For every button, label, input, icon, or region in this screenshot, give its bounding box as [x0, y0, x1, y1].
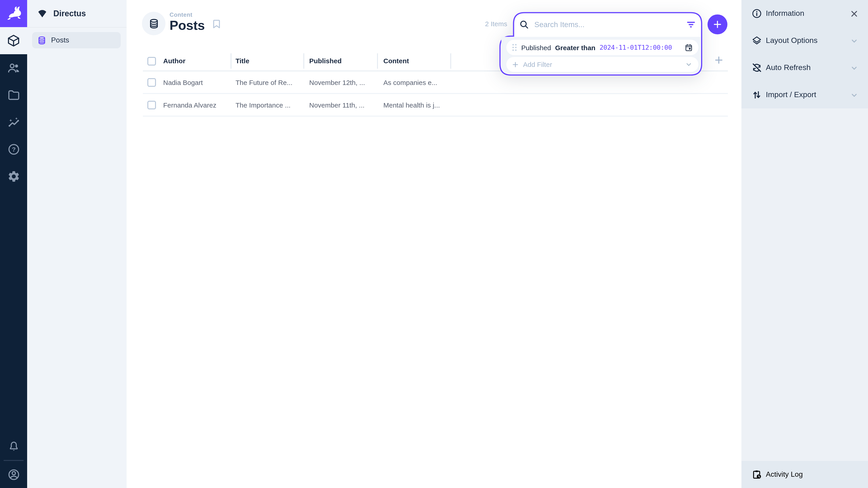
account-button[interactable] — [0, 461, 27, 488]
column-resize-handle[interactable] — [230, 53, 231, 69]
sidebar-section-label: Information — [766, 9, 846, 18]
cell-author: Fernanda Alvarez — [163, 94, 216, 116]
column-header-published[interactable]: Published — [309, 57, 342, 65]
cell-author: Nadia Bogart — [163, 71, 203, 93]
module-help[interactable] — [0, 135, 27, 163]
table-row[interactable]: Fernanda Alvarez The Importance ... Nove… — [143, 94, 728, 117]
plus-icon — [712, 20, 722, 29]
items-count: 2 Items — [479, 20, 507, 28]
sidebar-section-label: Import / Export — [766, 90, 846, 99]
sidebar-section-import-export[interactable]: Import / Export — [741, 81, 868, 108]
page-title: Posts — [169, 18, 205, 33]
column-resize-handle[interactable] — [303, 53, 304, 69]
nav-item-posts[interactable]: Posts — [32, 32, 121, 48]
row-checkbox[interactable] — [147, 101, 156, 109]
sidebar-sections: Information Layout Options Auto Refresh … — [741, 0, 868, 108]
close-icon[interactable] — [849, 9, 859, 18]
bell-icon — [7, 440, 20, 453]
collection-icon-button[interactable] — [142, 12, 165, 35]
bookmark-icon[interactable] — [211, 18, 222, 30]
filter-value[interactable]: 2024-11-01T12:00:00 — [599, 44, 672, 51]
filter-rule-chip[interactable]: Published Greater than 2024-11-01T12:00:… — [506, 40, 699, 55]
notifications-button[interactable] — [0, 433, 27, 460]
module-file-library[interactable] — [0, 81, 27, 108]
cell-title: The Importance ... — [236, 94, 290, 116]
activity-log-label: Activity Log — [766, 470, 803, 479]
right-sidebar: Information Layout Options Auto Refresh … — [741, 0, 868, 488]
module-user-directory[interactable] — [0, 54, 27, 81]
help-icon — [7, 142, 20, 156]
module-content[interactable] — [0, 27, 27, 54]
database-icon — [37, 35, 46, 45]
module-bar — [0, 0, 27, 488]
add-filter-label: Add Filter — [523, 61, 552, 68]
sidebar-section-information[interactable]: Information — [741, 0, 868, 27]
directus-logo[interactable] — [0, 0, 27, 27]
gear-icon — [7, 170, 20, 183]
module-settings[interactable] — [0, 163, 27, 190]
row-checkbox[interactable] — [147, 78, 156, 87]
column-header-author[interactable]: Author — [163, 57, 185, 65]
sidebar-section-layout-options[interactable]: Layout Options — [741, 27, 868, 54]
account-icon — [7, 468, 20, 481]
folder-icon — [7, 88, 20, 101]
box-icon — [7, 34, 20, 47]
add-column-button[interactable] — [714, 55, 724, 65]
select-all-checkbox[interactable] — [147, 57, 156, 66]
chevron-down-icon[interactable] — [849, 36, 859, 45]
activity-log-icon — [751, 469, 762, 480]
drag-handle-icon[interactable] — [512, 43, 517, 52]
project-fan-icon — [37, 8, 48, 19]
database-icon — [148, 18, 159, 29]
info-icon — [751, 8, 762, 19]
project-name: Directus — [53, 9, 86, 18]
cell-content: As companies e... — [383, 71, 437, 93]
search-input[interactable] — [534, 14, 670, 35]
filter-field[interactable]: Published — [521, 43, 551, 51]
create-item-button[interactable] — [708, 14, 727, 34]
directus-app: Directus Posts Content Posts 2 Items Aut… — [0, 0, 868, 488]
column-resize-handle[interactable] — [450, 53, 451, 69]
sidebar-section-label: Layout Options — [766, 36, 846, 45]
breadcrumb[interactable]: Content — [169, 11, 192, 18]
nav-item-label: Posts — [51, 36, 69, 44]
filter-icon[interactable] — [686, 20, 696, 30]
module-insights[interactable] — [0, 108, 27, 135]
main-content: Content Posts 2 Items Author Title Publi… — [127, 0, 741, 488]
search-icon — [519, 20, 529, 30]
sidebar-section-auto-refresh[interactable]: Auto Refresh — [741, 54, 868, 81]
insights-icon — [7, 116, 20, 129]
calendar-icon[interactable] — [684, 43, 693, 52]
rabbit-logo-icon — [5, 5, 22, 22]
people-icon — [7, 61, 20, 74]
column-resize-handle[interactable] — [377, 53, 378, 69]
cell-title: The Future of Re... — [236, 71, 292, 93]
cell-content: Mental health is j... — [383, 94, 440, 116]
chevron-down-icon[interactable] — [684, 60, 693, 69]
chevron-down-icon[interactable] — [849, 63, 859, 72]
import-export-icon — [751, 90, 762, 100]
plus-icon — [512, 61, 519, 68]
cell-published: November 11th, ... — [309, 94, 365, 116]
sidebar-section-label: Auto Refresh — [766, 63, 846, 72]
column-header-content[interactable]: Content — [383, 57, 409, 65]
add-filter-button[interactable]: Add Filter — [506, 57, 699, 72]
module-bar-spacer — [0, 190, 27, 433]
nav-sidebar: Directus Posts — [27, 0, 127, 488]
cell-published: November 12th, ... — [309, 71, 365, 93]
sync-disabled-icon — [751, 62, 762, 73]
layers-icon — [751, 35, 762, 46]
column-header-title[interactable]: Title — [236, 57, 249, 65]
project-header[interactable]: Directus — [27, 0, 127, 27]
chevron-down-icon[interactable] — [849, 90, 859, 100]
filter-operator[interactable]: Greater than — [555, 43, 595, 51]
table-row[interactable]: Nadia Bogart The Future of Re... Novembe… — [143, 71, 728, 94]
activity-log-button[interactable]: Activity Log — [741, 461, 868, 488]
